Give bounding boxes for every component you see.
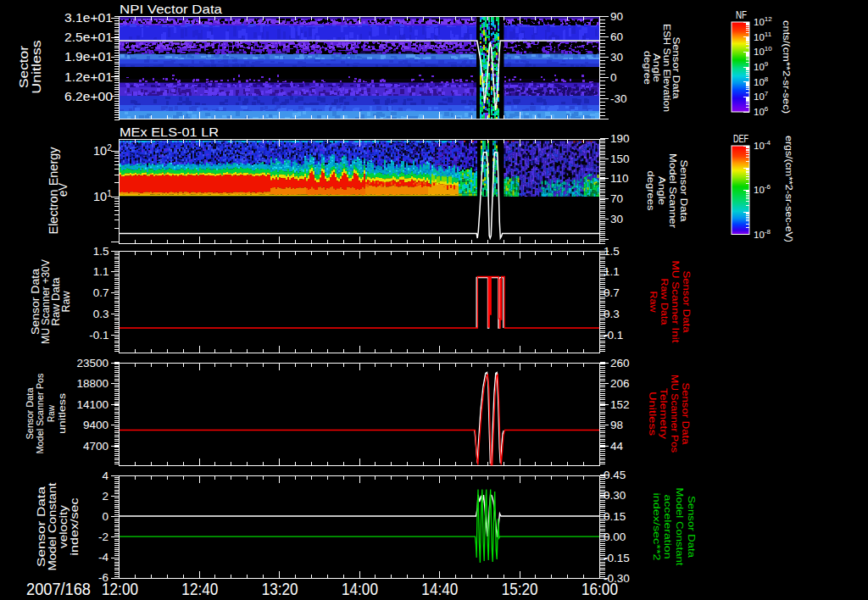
svg-text:degree: degree: [643, 51, 653, 85]
svg-text:Raw Data: Raw Data: [659, 279, 670, 326]
svg-text:-0.1: -0.1: [89, 329, 108, 342]
svg-text:15:20: 15:20: [502, 580, 538, 598]
svg-text:-30: -30: [610, 92, 627, 105]
svg-text:eV: eV: [56, 183, 70, 197]
svg-text:12:40: 12:40: [181, 580, 218, 598]
svg-text:0.7: 0.7: [604, 286, 620, 299]
svg-text:0.45: 0.45: [604, 469, 626, 481]
svg-text:6.2e+00: 6.2e+00: [64, 90, 113, 103]
svg-text:degrees: degrees: [646, 171, 656, 211]
svg-text:1.1: 1.1: [604, 265, 620, 278]
svg-text:14:40: 14:40: [421, 580, 458, 598]
svg-text:0: 0: [102, 510, 108, 523]
svg-text:4: 4: [102, 469, 108, 482]
svg-text:30: 30: [610, 51, 623, 64]
svg-text:acceleration: acceleration: [663, 495, 673, 559]
svg-text:152: 152: [610, 398, 630, 411]
svg-text:Raw: Raw: [46, 404, 56, 422]
svg-text:index/sec**2: index/sec**2: [652, 493, 662, 561]
svg-text:0.3: 0.3: [604, 308, 620, 320]
svg-text:MU Scanner Init: MU Scanner Init: [670, 261, 681, 344]
svg-text:70: 70: [610, 192, 623, 205]
svg-text:0.00: 0.00: [604, 531, 626, 543]
svg-text:Model Scanner Pos: Model Scanner Pos: [35, 373, 45, 453]
svg-text:0.30: 0.30: [604, 489, 626, 502]
svg-text:0.15: 0.15: [604, 510, 626, 523]
svg-text:30: 30: [610, 213, 623, 225]
svg-text:-4: -4: [98, 551, 108, 564]
svg-text:Model Scanner: Model Scanner: [668, 153, 678, 228]
svg-text:ergs/(cm**2-sr-sec-eV): ergs/(cm**2-sr-sec-eV): [784, 136, 794, 242]
svg-text:150: 150: [610, 153, 630, 165]
svg-text:13:20: 13:20: [262, 580, 298, 598]
svg-text:0.3: 0.3: [93, 308, 109, 320]
svg-text:18800: 18800: [76, 377, 108, 390]
svg-text:DEF: DEF: [733, 132, 748, 145]
svg-text:MEx ELS-01 LR: MEx ELS-01 LR: [120, 125, 219, 139]
svg-text:cnts/(cm**2-sr-sec): cnts/(cm**2-sr-sec): [782, 20, 792, 114]
svg-text:-2: -2: [98, 531, 108, 543]
svg-text:Raw: Raw: [60, 291, 72, 312]
svg-text:23500: 23500: [76, 357, 108, 369]
svg-text:14:00: 14:00: [342, 580, 378, 598]
svg-text:Unitless: Unitless: [648, 392, 658, 436]
svg-text:Unitless: Unitless: [30, 40, 43, 94]
svg-text:2: 2: [102, 490, 108, 503]
svg-text:Sensor Data: Sensor Data: [687, 496, 697, 558]
svg-text:1.9e+01: 1.9e+01: [64, 50, 113, 64]
svg-text:90: 90: [610, 10, 623, 23]
svg-text:1.1: 1.1: [93, 265, 109, 278]
svg-text:Sector: Sector: [17, 46, 31, 88]
svg-text:16:00: 16:00: [581, 580, 618, 598]
svg-text:12:00: 12:00: [102, 580, 138, 598]
svg-text:ESH Sun Elevation: ESH Sun Elevation: [662, 24, 672, 112]
svg-text:260: 260: [610, 357, 630, 369]
svg-text:206: 206: [610, 377, 630, 390]
svg-text:Angle: Angle: [657, 176, 667, 205]
svg-text:unitless: unitless: [57, 393, 67, 434]
svg-text:1.5: 1.5: [93, 245, 109, 258]
svg-text:Sensor Data: Sensor Data: [671, 37, 682, 100]
svg-text:Sensor Data: Sensor Data: [682, 271, 692, 334]
svg-text:-0.15: -0.15: [604, 552, 630, 564]
svg-text:MU Scanner Pos: MU Scanner Pos: [670, 375, 680, 453]
svg-text:NPI Vector Data: NPI Vector Data: [120, 2, 222, 16]
svg-text:0.7: 0.7: [93, 286, 109, 299]
svg-text:2007/168: 2007/168: [26, 580, 91, 598]
svg-text:60: 60: [610, 31, 623, 43]
svg-text:-0.1: -0.1: [604, 329, 623, 342]
svg-text:Telemetry: Telemetry: [659, 388, 669, 439]
svg-text:44: 44: [610, 440, 624, 453]
svg-text:190: 190: [610, 132, 630, 145]
svg-text:Sensor Data: Sensor Data: [679, 160, 689, 223]
svg-text:0: 0: [610, 71, 617, 84]
svg-text:index/sec: index/sec: [68, 497, 81, 556]
svg-text:98: 98: [610, 419, 623, 431]
svg-text:14100: 14100: [76, 398, 108, 411]
svg-text:Sensor Data: Sensor Data: [25, 387, 35, 440]
svg-text:2.5e+01: 2.5e+01: [64, 31, 113, 44]
svg-text:Angle: Angle: [652, 53, 662, 82]
svg-text:110: 110: [610, 172, 629, 185]
svg-text:1.5: 1.5: [604, 245, 620, 258]
svg-text:Sensor Data: Sensor Data: [681, 383, 691, 446]
svg-text:3.1e+01: 3.1e+01: [64, 11, 113, 25]
svg-text:Model Constant: Model Constant: [675, 488, 685, 567]
svg-text:4700: 4700: [83, 440, 108, 453]
svg-text:1.2e+01: 1.2e+01: [64, 70, 113, 84]
svg-text:9400: 9400: [83, 419, 108, 431]
svg-text:Raw: Raw: [648, 292, 659, 314]
svg-text:NF: NF: [736, 8, 747, 21]
